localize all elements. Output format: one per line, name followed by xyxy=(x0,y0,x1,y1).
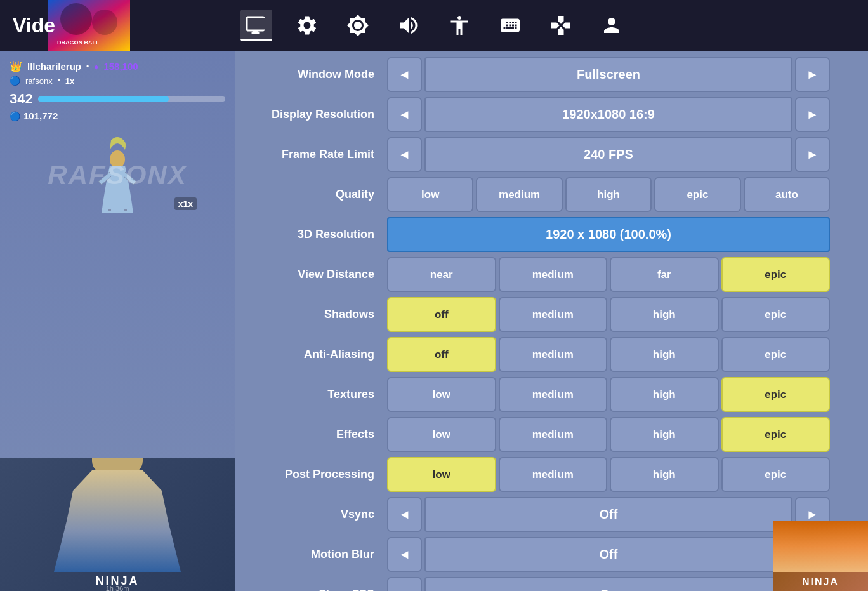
post-processing-low[interactable]: low xyxy=(387,457,496,492)
frame-rate-controls: ◄ 240 FPS ► xyxy=(387,137,830,172)
setting-row-motion-blur: Motion Blur ◄ Off ► xyxy=(247,537,830,572)
setting-row-anti-aliasing: Anti-Aliasing off medium high epic xyxy=(247,337,830,372)
shadows-high[interactable]: high xyxy=(610,297,719,332)
effects-options: low medium high epic xyxy=(387,417,830,452)
textures-medium[interactable]: medium xyxy=(499,377,608,412)
textures-options: low medium high epic xyxy=(387,377,830,412)
window-mode-next[interactable]: ► xyxy=(795,57,830,92)
quality-epic[interactable]: epic xyxy=(654,177,740,212)
display-resolution-controls: ◄ 1920x1080 16:9 ► xyxy=(387,97,830,132)
coins-amount: 158,100 xyxy=(103,61,138,72)
shadows-off[interactable]: off xyxy=(387,297,496,332)
show-fps-controls: ◄ On ► xyxy=(387,577,830,591)
setting-row-vsync: Vsync ◄ Off ► xyxy=(247,497,830,532)
window-mode-prev[interactable]: ◄ xyxy=(387,57,422,92)
vsync-prev[interactable]: ◄ xyxy=(387,497,422,532)
nav-monitor-icon[interactable] xyxy=(240,10,272,41)
svg-point-1 xyxy=(60,3,92,35)
frame-rate-value: 240 FPS xyxy=(424,137,792,172)
setting-row-post-processing: Post Processing low medium high epic xyxy=(247,457,830,492)
anti-aliasing-label: Anti-Aliasing xyxy=(247,348,387,361)
frame-rate-label: Frame Rate Limit xyxy=(247,148,387,161)
character-area: RAFSONX x1x xyxy=(0,128,235,216)
level-number: 342 xyxy=(10,91,33,107)
xp-bar-container xyxy=(38,96,225,102)
shadows-options: off medium high epic xyxy=(387,297,830,332)
nav-gamepad-icon[interactable] xyxy=(545,10,577,41)
shadows-label: Shadows xyxy=(247,308,387,321)
quality-low[interactable]: low xyxy=(387,177,473,212)
vsync-label: Vsync xyxy=(247,508,387,521)
nav-user-icon[interactable] xyxy=(596,10,628,41)
nav-accessibility-icon[interactable] xyxy=(444,10,475,41)
quality-options: low medium high epic auto xyxy=(387,177,830,212)
frame-rate-next[interactable]: ► xyxy=(795,137,830,172)
points-icon: 🔵 xyxy=(10,111,20,121)
nav-gear-icon[interactable] xyxy=(291,10,323,41)
post-processing-high[interactable]: high xyxy=(610,457,719,492)
setting-row-textures: Textures low medium high epic xyxy=(247,377,830,412)
view-distance-far[interactable]: far xyxy=(610,257,719,292)
quality-label: Quality xyxy=(247,188,387,201)
level-row: 342 xyxy=(10,91,225,107)
view-distance-epic[interactable]: epic xyxy=(721,257,831,292)
nav-volume-icon[interactable] xyxy=(393,10,424,41)
window-mode-label: Window Mode xyxy=(247,68,387,81)
shadows-epic[interactable]: epic xyxy=(721,297,831,332)
anti-aliasing-options: off medium high epic xyxy=(387,337,830,372)
show-fps-value: On xyxy=(424,577,792,591)
nav-brightness-icon[interactable] xyxy=(342,10,374,41)
nav-icons xyxy=(240,10,628,41)
left-panel: 👑 lllcharilerup • ♦ 158,100 🔵 rafsonx • … xyxy=(0,51,235,591)
motion-blur-prev[interactable]: ◄ xyxy=(387,537,422,572)
streamer-name-row: 👑 lllcharilerup • ♦ 158,100 xyxy=(10,60,225,72)
post-processing-options: low medium high epic xyxy=(387,457,830,492)
post-processing-epic[interactable]: epic xyxy=(721,457,831,492)
post-processing-medium[interactable]: medium xyxy=(499,457,608,492)
settings-panel: Window Mode ◄ Fullscreen ► Display Resol… xyxy=(235,51,868,591)
effects-epic[interactable]: epic xyxy=(721,417,831,452)
view-distance-near[interactable]: near xyxy=(387,257,496,292)
app-title: Vide xyxy=(13,14,55,37)
streamer-name: lllcharilerup xyxy=(27,61,81,72)
anti-aliasing-high[interactable]: high xyxy=(610,337,719,372)
textures-high[interactable]: high xyxy=(610,377,719,412)
shadows-medium[interactable]: medium xyxy=(499,297,608,332)
webcam-sublabel: 1h 36m xyxy=(106,585,129,591)
window-mode-controls: ◄ Fullscreen ► xyxy=(387,57,830,92)
motion-blur-label: Motion Blur xyxy=(247,548,387,561)
anti-aliasing-epic[interactable]: epic xyxy=(721,337,831,372)
effects-low[interactable]: low xyxy=(387,417,496,452)
vsync-value: Off xyxy=(424,497,792,532)
3d-resolution-label: 3D Resolution xyxy=(247,228,387,241)
display-resolution-next[interactable]: ► xyxy=(795,97,830,132)
view-distance-medium[interactable]: medium xyxy=(499,257,608,292)
svg-text:DRAGON BALL: DRAGON BALL xyxy=(57,39,100,46)
anti-aliasing-medium[interactable]: medium xyxy=(499,337,608,372)
setting-row-window-mode: Window Mode ◄ Fullscreen ► xyxy=(247,57,830,92)
nav-layout-icon[interactable] xyxy=(494,10,526,41)
textures-low[interactable]: low xyxy=(387,377,496,412)
quality-medium[interactable]: medium xyxy=(476,177,562,212)
display-resolution-label: Display Resolution xyxy=(247,108,387,121)
display-resolution-value: 1920x1080 16:9 xyxy=(424,97,792,132)
view-distance-options: near medium far epic xyxy=(387,257,830,292)
sub-icon: 🔵 xyxy=(10,76,20,86)
frame-rate-prev[interactable]: ◄ xyxy=(387,137,422,172)
textures-epic[interactable]: epic xyxy=(721,377,831,412)
webcam: NINJA 1h 36m xyxy=(0,458,235,591)
ninja-overlay: NINJA xyxy=(773,521,868,591)
effects-high[interactable]: high xyxy=(610,417,719,452)
svg-point-2 xyxy=(92,10,117,35)
effects-label: Effects xyxy=(247,428,387,441)
effects-medium[interactable]: medium xyxy=(499,417,608,452)
anti-aliasing-off[interactable]: off xyxy=(387,337,496,372)
show-fps-prev[interactable]: ◄ xyxy=(387,577,422,591)
quality-high[interactable]: high xyxy=(565,177,652,212)
quality-auto[interactable]: auto xyxy=(744,177,830,212)
motion-blur-controls: ◄ Off ► xyxy=(387,537,830,572)
3d-resolution-value[interactable]: 1920 x 1080 (100.0%) xyxy=(387,217,830,252)
display-resolution-prev[interactable]: ◄ xyxy=(387,97,422,132)
sub-count: 1x xyxy=(65,76,74,86)
streamer-info: 👑 lllcharilerup • ♦ 158,100 🔵 rafsonx • … xyxy=(0,51,235,121)
